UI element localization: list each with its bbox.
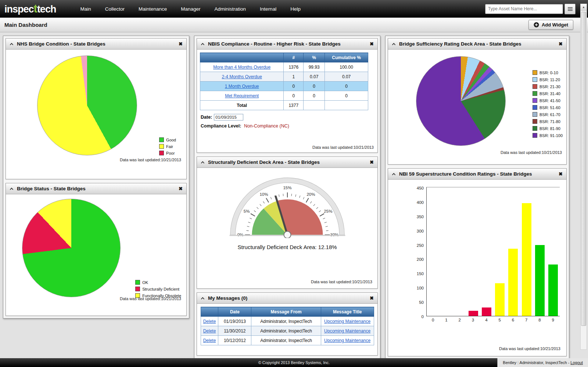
widget-body: OKStructurally DeficientFunctionally Obs…	[6, 194, 186, 316]
asset-search-input[interactable]	[485, 4, 563, 14]
close-icon[interactable]: ✖	[179, 41, 183, 47]
legend-swatch	[533, 77, 537, 82]
overdue-category-link[interactable]: 1 Month Overdue	[225, 84, 259, 89]
bar	[535, 245, 545, 316]
legend-item: BSR: 91-100	[533, 133, 563, 138]
bar-slot	[480, 307, 493, 316]
legend-item: OK	[135, 280, 181, 285]
svg-text:20%: 20%	[306, 192, 315, 197]
menu-item-administration[interactable]: Administration	[215, 6, 246, 12]
main-menu: Main Collector Maintenance Manager Admin…	[80, 6, 301, 12]
overdue-category-link[interactable]: Met Requirement	[225, 93, 259, 98]
last-updated-text: Data was last updated:10/21/2013	[312, 145, 374, 150]
dashboard-column-3: Bridge Sufficiency Rating Deck Area - St…	[385, 36, 569, 359]
bsr-pie-chart	[416, 56, 506, 146]
date-label: Date:	[201, 115, 212, 120]
menu-item-collector[interactable]: Collector	[105, 6, 125, 12]
scroll-up-arrow[interactable]: ▲	[581, 4, 587, 11]
x-axis-label: 4	[480, 316, 493, 322]
close-icon[interactable]: ✖	[179, 186, 183, 191]
message-title-link[interactable]: Upcoming Maintenance	[324, 328, 370, 334]
svg-text:5%: 5%	[243, 209, 250, 213]
bar	[508, 249, 518, 316]
widget-title: Bridge Sufficiency Rating Deck Area - St…	[399, 41, 521, 47]
widget-my-messages: My Messages (0) ✖ Date Message From Mess…	[197, 292, 378, 356]
compliance-row: Compliance Level: Non-Compliance (NC)	[201, 123, 377, 129]
overdue-category-link[interactable]: 2-4 Months Overdue	[222, 74, 262, 79]
menu-item-manager[interactable]: Manager	[181, 6, 200, 12]
x-axis-label: 9	[546, 316, 560, 322]
legend-item: Poor	[159, 151, 176, 155]
table-total-row: Total 1377	[200, 101, 368, 110]
svg-text:10%: 10%	[259, 192, 268, 197]
page-scrollbar[interactable]: ▲	[580, 4, 587, 350]
widget-body: GoodFairPoor Data was last updated:10/21…	[6, 50, 186, 179]
table-row: 2-4 Months Overdue 1 0.07 0.07	[200, 72, 368, 82]
legend-label: Good	[166, 138, 176, 142]
compliance-label: Compliance Level:	[201, 123, 241, 129]
session-user-text: Bentley : Administrator, InspectTech -	[503, 360, 569, 365]
collapse-icon[interactable]	[201, 161, 205, 164]
delete-message-link[interactable]: Delete	[203, 328, 216, 334]
asset-search-menu-button[interactable]	[564, 4, 576, 14]
x-axis-label: 3	[466, 316, 480, 322]
menu-item-maintenance[interactable]: Maintenance	[139, 6, 167, 12]
collapse-icon[interactable]	[392, 173, 396, 176]
collapse-icon[interactable]	[201, 297, 205, 300]
dashboard-header: Main Dashboard Add Widget	[0, 18, 588, 32]
x-axis-label: 7	[520, 316, 533, 322]
close-icon[interactable]: ✖	[370, 159, 374, 165]
delete-message-link[interactable]: Delete	[203, 319, 216, 324]
x-axis-label: 6	[506, 316, 520, 322]
message-from: Administrator, InspectTech	[251, 336, 321, 345]
overdue-category-link[interactable]: More than 4 Months Overdue	[213, 65, 270, 70]
legend-label: OK	[142, 280, 148, 285]
close-icon[interactable]: ✖	[559, 41, 563, 47]
menu-item-help[interactable]: Help	[290, 6, 301, 12]
scrollbar-thumb[interactable]	[581, 12, 586, 326]
legend-label: BSR: 61-70	[539, 112, 560, 117]
message-from: Administrator, InspectTech	[251, 326, 321, 336]
menu-item-internal[interactable]: Internal	[260, 6, 276, 12]
bar-slot	[533, 245, 546, 316]
chart-legend: OKStructurally DeficientFunctionally Obs…	[135, 280, 181, 298]
last-updated-text: Data was last updated:10/21/2013	[311, 280, 372, 284]
collapse-icon[interactable]	[392, 43, 396, 46]
column-header: Date	[218, 307, 251, 317]
total-count: 1377	[284, 101, 304, 110]
delete-message-link[interactable]: Delete	[203, 338, 216, 343]
legend-swatch	[533, 98, 537, 103]
close-icon[interactable]: ✖	[370, 41, 374, 47]
close-icon[interactable]: ✖	[559, 171, 563, 177]
collapse-icon[interactable]	[10, 43, 14, 46]
add-widget-button[interactable]: Add Widget	[528, 20, 573, 30]
last-updated-text: Data was last updated:10/21/2013	[120, 296, 181, 301]
widget-header: Bridge Sufficiency Rating Deck Area - St…	[388, 39, 566, 50]
close-icon[interactable]: ✖	[370, 295, 374, 301]
legend-swatch	[533, 126, 537, 131]
message-title-link[interactable]: Upcoming Maintenance	[324, 319, 370, 324]
x-axis-label: 2	[453, 316, 466, 322]
add-icon	[534, 22, 539, 28]
footer-bar: © Copyright 2013 Bentley Systems, Inc. B…	[0, 358, 588, 367]
menu-item-main[interactable]: Main	[80, 6, 91, 12]
y-axis-label: 300	[417, 229, 424, 233]
message-title-link[interactable]: Upcoming Maintenance	[324, 338, 370, 343]
logo-text-pre: inspec	[4, 4, 34, 15]
date-input[interactable]	[214, 114, 243, 120]
cumulative-cell: 0	[325, 91, 368, 101]
bar	[469, 311, 478, 316]
widget-nbis-compliance: NBIS Compliance - Routine - Higher Risk …	[197, 38, 378, 153]
legend-item: BSR: 31-40	[533, 91, 563, 96]
logout-link[interactable]: Logout	[570, 360, 583, 365]
legend-label: BSR: 31-40	[539, 91, 560, 96]
collapse-icon[interactable]	[201, 43, 205, 46]
count-cell: 1376	[284, 62, 304, 72]
collapse-icon[interactable]	[10, 187, 14, 190]
asset-search	[485, 4, 576, 14]
chart-legend: GoodFairPoor	[159, 137, 176, 155]
y-axis-label: 100	[417, 286, 424, 290]
bar	[495, 283, 505, 316]
legend-label: BSR: 91-100	[539, 133, 563, 138]
legend-swatch	[159, 151, 164, 155]
